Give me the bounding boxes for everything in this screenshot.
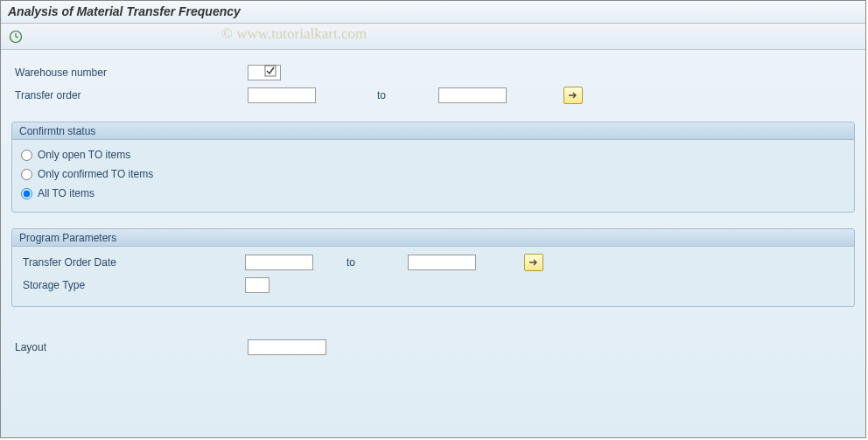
warehouse-number-label: Warehouse number (11, 66, 248, 79)
storage-type-row: Storage Type (19, 275, 847, 296)
radio-confirmed-items-label: Only confirmed TO items (38, 168, 153, 180)
confirm-status-body: Only open TO items Only confirmed TO ite… (12, 140, 854, 212)
radio-all-items[interactable]: All TO items (19, 184, 847, 203)
radio-confirmed-items[interactable]: Only confirmed TO items (19, 164, 847, 184)
transfer-order-label: Transfer order (11, 89, 248, 101)
transfer-date-multiselect-button[interactable] (524, 254, 543, 271)
transfer-order-row: Transfer order to (11, 85, 855, 106)
transfer-date-to-input[interactable] (408, 255, 476, 270)
title-bar: Analysis of Material Transfer Frequency (1, 1, 865, 24)
toolbar (1, 24, 865, 50)
warehouse-number-input[interactable] (248, 65, 281, 80)
clock-icon (9, 30, 23, 44)
radio-confirmed-items-input[interactable] (21, 169, 32, 180)
program-params-body: Transfer Order Date to Storage Type (12, 247, 854, 306)
content-area: Warehouse number Transfer order to Confi… (1, 50, 865, 370)
transfer-date-to-label: to (346, 256, 408, 269)
layout-label: Layout (11, 341, 248, 353)
transfer-order-to-label: to (377, 89, 438, 101)
main-window: Analysis of Material Transfer Frequency … (0, 0, 866, 438)
radio-open-items-input[interactable] (21, 150, 32, 161)
transfer-order-from-input[interactable] (248, 87, 316, 103)
confirm-status-header: Confirmtn status (12, 122, 854, 140)
radio-all-items-label: All TO items (38, 187, 94, 199)
transfer-order-multiselect-button[interactable] (564, 87, 583, 104)
execute-button[interactable] (6, 27, 25, 46)
svg-line-2 (16, 37, 18, 38)
transfer-date-from-input[interactable] (245, 255, 313, 270)
warehouse-number-row: Warehouse number (11, 62, 855, 83)
transfer-order-to-input[interactable] (438, 87, 507, 103)
layout-row: Layout (11, 337, 855, 358)
arrow-right-icon (528, 258, 539, 267)
storage-type-input[interactable] (245, 277, 270, 293)
storage-type-label: Storage Type (19, 279, 245, 291)
transfer-date-label: Transfer Order Date (19, 256, 245, 269)
transfer-date-row: Transfer Order Date to (19, 252, 847, 273)
confirm-status-group: Confirmtn status Only open TO items Only… (11, 122, 855, 213)
layout-input[interactable] (248, 339, 326, 355)
radio-all-items-input[interactable] (21, 188, 32, 199)
program-params-header: Program Parameters (12, 229, 854, 247)
radio-open-items[interactable]: Only open TO items (19, 145, 847, 164)
arrow-right-icon (568, 91, 578, 100)
program-params-group: Program Parameters Transfer Order Date t… (11, 228, 855, 307)
radio-open-items-label: Only open TO items (38, 149, 130, 161)
page-title: Analysis of Material Transfer Frequency (8, 4, 241, 18)
